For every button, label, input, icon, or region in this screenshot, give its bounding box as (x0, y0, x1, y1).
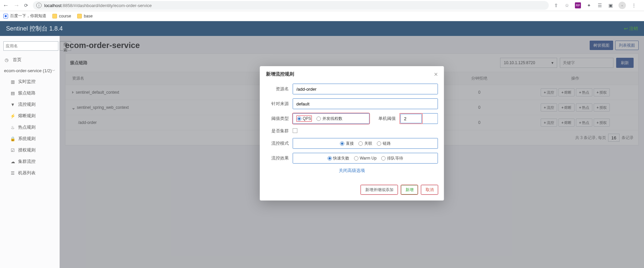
bookmark-item[interactable]: course (52, 14, 71, 18)
flow-rule-modal: 新增流控规则 × 资源名 针对来源 阈值类型 QPS并发线程数 (260, 66, 444, 200)
logout-link[interactable]: 注销 (624, 26, 638, 32)
kebab-menu-icon[interactable]: ⋮ (631, 3, 637, 8)
nav-forward-icon: → (13, 2, 19, 9)
profile-avatar[interactable]: ◦ (619, 2, 626, 9)
sidebar-item-label: 热点规则 (18, 124, 36, 130)
share-icon[interactable]: ⇪ (553, 3, 559, 8)
browser-toolbar: ← → ⟳ i localhost:8858/#/dashboard/ident… (0, 0, 644, 11)
radio-dot-icon (359, 141, 363, 146)
label-threshold-type: 阈值类型 (266, 116, 293, 122)
label-limitapp: 针对来源 (266, 101, 293, 107)
radio-option[interactable]: 排队等待 (381, 155, 403, 161)
baidu-favicon-icon (3, 14, 8, 18)
limitapp-input[interactable] (293, 98, 438, 109)
radio-dot-icon (354, 156, 358, 161)
modal-title: 新增流控规则 (266, 71, 294, 77)
sidebar-home[interactable]: ◷ 首页 (0, 54, 59, 65)
sidebar-item-label: 机器列表 (18, 170, 36, 176)
sidebar-item-label: 实时监控 (18, 79, 36, 85)
radio-dot-icon (340, 141, 344, 146)
check-icon: ☑ (10, 148, 15, 153)
add-button[interactable]: 新增 (401, 185, 418, 194)
cloud-icon: ☁ (10, 159, 15, 164)
bookmark-item[interactable]: base (77, 14, 93, 18)
radio-option[interactable]: QPS (297, 116, 311, 121)
bookmarks-bar: 百度一下，你就知道coursebase (0, 11, 644, 21)
extension-icon[interactable]: RP (575, 2, 581, 8)
label-cluster: 是否集群 (266, 128, 293, 134)
sidebar-item[interactable]: ☰机器列表 (0, 167, 59, 179)
toggle-advanced-link[interactable]: 关闭高级选项 (266, 168, 438, 174)
bar-chart-icon: ▥ (10, 79, 15, 84)
sidebar-item[interactable]: ▥实时监控 (0, 76, 59, 87)
cluster-checkbox[interactable] (293, 128, 298, 133)
fire-icon: ♨ (10, 125, 15, 130)
bookmark-item[interactable]: 百度一下，你就知道 (3, 13, 46, 19)
sidebar-item-label: 集群流控 (18, 159, 36, 165)
app-header: Sentinel 控制台 1.8.4 注销 (0, 21, 644, 36)
app-title: Sentinel 控制台 1.8.4 (6, 25, 63, 33)
threshold-input[interactable] (400, 114, 422, 123)
chrome-actions: ⇪ ☆ RP ✦ ☰ ▣ ◦ ⋮ (553, 2, 637, 9)
radio-dot-icon (327, 156, 332, 161)
radio-option[interactable]: 关联 (359, 141, 372, 146)
mode-radio-group[interactable]: 直接关联链路 (293, 138, 438, 149)
sidebar-app-toggle[interactable]: ecom-order-service (1/2) ﹀ (0, 65, 59, 76)
radio-option[interactable]: 快速失败 (327, 155, 349, 161)
label-mode: 流控模式 (266, 140, 293, 146)
radio-dot-icon (381, 156, 386, 161)
label-threshold: 单机阈值 (376, 116, 400, 122)
sidebar-item-label: 熔断规则 (18, 113, 36, 119)
url-bar[interactable]: i localhost:8858/#/dashboard/identity/ec… (33, 1, 549, 10)
sidebar-item[interactable]: ☁集群流控 (0, 156, 59, 167)
cancel-button[interactable]: 取消 (421, 185, 438, 194)
sidebar-item-label: 授权规则 (18, 147, 36, 153)
sidebar-item[interactable]: ▼流控规则 (0, 99, 59, 110)
add-continue-button[interactable]: 新增并继续添加 (361, 185, 398, 194)
reading-list-icon[interactable]: ☰ (597, 3, 602, 8)
sidebar-item-label: 流控规则 (18, 101, 36, 107)
reload-icon[interactable]: ⟳ (24, 3, 28, 8)
url-host: localhost (44, 3, 61, 8)
threshold-type-radio-group[interactable]: QPS并发线程数 (293, 113, 370, 124)
radio-dot-icon (317, 117, 321, 121)
lock-icon: 🔒 (10, 136, 15, 141)
folder-favicon-icon (77, 14, 82, 18)
list-icon: ☰ (10, 171, 15, 176)
star-icon[interactable]: ☆ (564, 3, 570, 8)
chevron-down-icon: ﹀ (52, 69, 55, 73)
main-content: ecom-order-service 树状视图 列表视图 簇点链路 10.10.… (60, 36, 644, 268)
filter-icon: ▼ (10, 102, 15, 107)
effect-radio-group[interactable]: 快速失败Warm Up排队等待 (293, 153, 438, 164)
sidebar-item[interactable]: ⚡熔断规则 (0, 110, 59, 122)
nav-back-icon[interactable]: ← (3, 2, 9, 9)
radio-dot-icon (377, 141, 381, 146)
radio-option[interactable]: 并发线程数 (317, 116, 342, 122)
site-info-icon[interactable]: i (36, 3, 42, 8)
radio-option[interactable]: 直接 (340, 141, 354, 146)
panel-icon[interactable]: ▣ (608, 3, 613, 8)
folder-favicon-icon (52, 14, 57, 18)
bolt-icon: ⚡ (10, 114, 15, 119)
radio-dot-icon (297, 117, 302, 121)
puzzle-icon[interactable]: ✦ (586, 3, 592, 8)
sidebar-item-label: 系统规则 (18, 136, 36, 142)
link-icon: ▤ (10, 91, 15, 96)
sidebar-item[interactable]: ☑授权规则 (0, 144, 59, 156)
app-search-input[interactable] (3, 41, 58, 51)
close-icon[interactable]: × (434, 71, 438, 78)
sidebar: 搜索 ◷ 首页 ecom-order-service (1/2) ﹀ ▥实时监控… (0, 36, 60, 268)
sidebar-item-label: 簇点链路 (18, 90, 36, 96)
label-resource: 资源名 (266, 86, 293, 92)
label-effect: 流控效果 (266, 155, 293, 161)
resource-input[interactable] (293, 84, 438, 94)
clock-icon: ◷ (5, 57, 10, 62)
radio-option[interactable]: 链路 (377, 141, 391, 146)
sidebar-item[interactable]: ♨热点规则 (0, 122, 59, 133)
sidebar-item[interactable]: 🔒系统规则 (0, 133, 59, 144)
sidebar-item[interactable]: ▤簇点链路 (0, 87, 59, 99)
radio-option[interactable]: Warm Up (354, 156, 376, 161)
